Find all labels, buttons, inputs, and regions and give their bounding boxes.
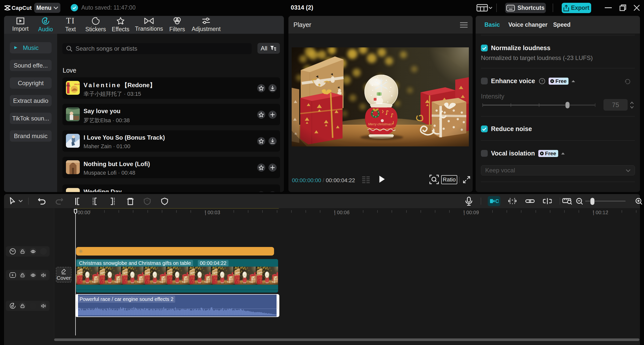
svg-text:VALENTINE: VALENTINE xyxy=(74,83,80,85)
svg-text:拜托: 拜托 xyxy=(66,84,70,87)
svg-text:?: ? xyxy=(541,79,543,83)
svg-text:AI: AI xyxy=(146,199,148,202)
